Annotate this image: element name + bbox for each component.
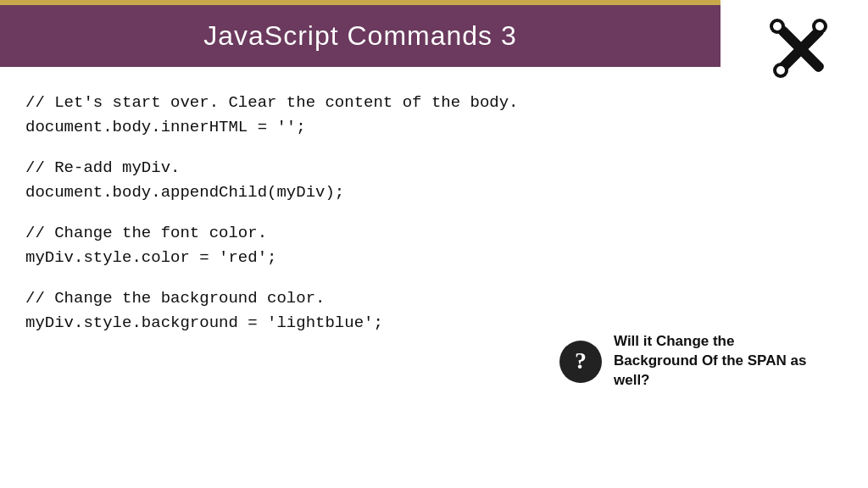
code-block-4: // Change the background color. myDiv.st… [25, 286, 843, 336]
svg-point-3 [815, 22, 824, 30]
code-block-2: // Re-add myDiv. document.body.appendChi… [25, 156, 843, 206]
code-comment-2: // Re-add myDiv. [25, 156, 843, 180]
code-line-2: document.body.appendChild(myDiv); [25, 180, 843, 205]
code-block-3: // Change the font color. myDiv.style.co… [25, 221, 843, 271]
code-comment-3: // Change the font color. [25, 221, 843, 246]
code-line-1: document.body.innerHTML = ''; [25, 115, 843, 140]
code-line-3: myDiv.style.color = 'red'; [25, 246, 843, 270]
callout: ? Will it Change the Background Of the S… [559, 332, 817, 391]
svg-point-7 [773, 22, 782, 30]
callout-text: Will it Change the Background Of the SPA… [614, 332, 817, 391]
code-comment-1: // Let's start over. Clear the content o… [25, 91, 843, 115]
code-block-1: // Let's start over. Clear the content o… [25, 91, 843, 141]
header: JavaScript Commands 3 [0, 0, 721, 67]
question-icon: ? [559, 341, 602, 383]
code-area: // Let's start over. Clear the content o… [0, 67, 868, 336]
page-title: JavaScript Commands 3 [203, 20, 517, 51]
svg-point-5 [776, 66, 785, 75]
code-comment-4: // Change the background color. [25, 286, 843, 311]
wrench-cross-icon [766, 15, 834, 83]
question-mark: ? [575, 349, 587, 373]
page-wrapper: JavaScript Commands 3 // Let's start ove… [0, 0, 868, 488]
